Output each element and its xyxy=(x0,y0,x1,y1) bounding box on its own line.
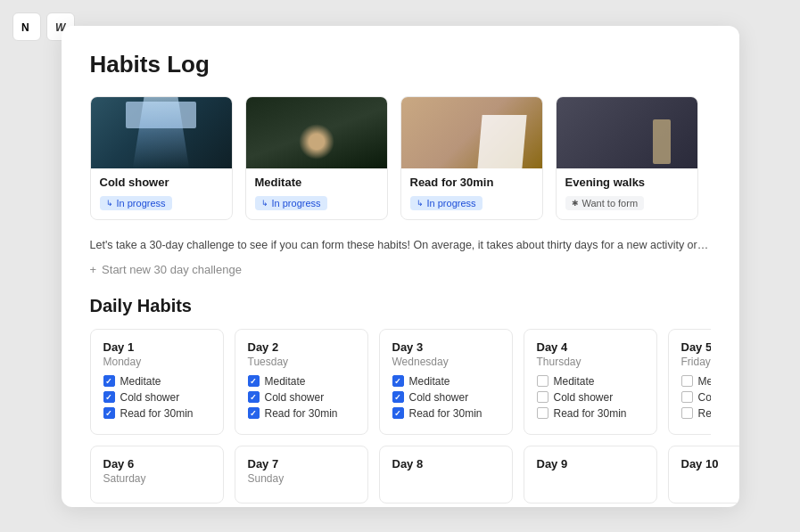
day4-habit-3: Read for 30min xyxy=(537,407,644,420)
main-panel: Habits Log Cold shower ↳ In progress Med… xyxy=(62,26,739,507)
day4-habit-2: Cold shower xyxy=(537,391,644,404)
day5-checkbox-2[interactable] xyxy=(681,391,693,403)
day1-name: Monday xyxy=(103,356,210,368)
meditate-body: Meditate ↳ In progress xyxy=(246,168,387,219)
day-card-6: Day 6 Saturday xyxy=(90,446,224,503)
day1-habit-3: Read for 30min xyxy=(103,407,210,420)
habit-card-cold-shower[interactable]: Cold shower ↳ In progress xyxy=(90,96,233,220)
day-card-3: Day 3 Wednesday Meditate Cold shower Rea… xyxy=(379,329,513,435)
day3-name: Wednesday xyxy=(392,356,499,368)
day5-checkbox-3[interactable] xyxy=(681,407,693,419)
day1-title: Day 1 xyxy=(103,340,210,354)
day2-checkbox-3[interactable] xyxy=(248,407,260,419)
habits-cards-row: Cold shower ↳ In progress Meditate ↳ In … xyxy=(90,96,711,220)
walk-image xyxy=(557,97,697,168)
day1-checkbox-1[interactable] xyxy=(103,375,115,387)
page-title: Habits Log xyxy=(90,51,711,78)
day3-habit-1: Meditate xyxy=(392,375,499,388)
habit-card-read[interactable]: Read for 30min ↳ In progress xyxy=(400,96,543,220)
day8-title: Day 8 xyxy=(392,457,499,471)
in-progress-icon-3: ↳ xyxy=(416,199,424,208)
day-card-4: Day 4 Thursday Meditate Cold shower Read… xyxy=(524,329,657,435)
day5-habit-2: Cold shower xyxy=(681,391,711,404)
cold-shower-image xyxy=(91,97,232,168)
walks-name: Evening walks xyxy=(565,176,689,189)
walks-body: Evening walks ✱ Want to form xyxy=(557,168,697,219)
day9-title: Day 9 xyxy=(537,457,644,471)
day4-habit-1: Meditate xyxy=(537,375,644,388)
day-card-2: Day 2 Tuesday Meditate Cold shower Read … xyxy=(235,329,368,435)
day3-habit-3: Read for 30min xyxy=(392,407,499,420)
meditate-image xyxy=(246,97,387,168)
day4-name: Thursday xyxy=(537,356,644,368)
read-status: ↳ In progress xyxy=(410,196,482,210)
svg-text:N: N xyxy=(21,21,29,34)
habit-card-walks[interactable]: Evening walks ✱ Want to form xyxy=(556,96,698,220)
day2-habit-2: Cold shower xyxy=(248,391,355,404)
day2-habit-3: Read for 30min xyxy=(248,407,355,420)
day10-title: Day 10 xyxy=(681,457,739,471)
day2-title: Day 2 xyxy=(248,340,355,354)
day-card-9: Day 9 xyxy=(524,446,657,503)
read-name: Read for 30min xyxy=(410,176,533,189)
day3-title: Day 3 xyxy=(392,340,499,354)
description-text: Let's take a 30-day challenge to see if … xyxy=(90,236,711,254)
new-challenge-button[interactable]: + Start new 30 day challenge xyxy=(90,263,242,276)
day3-checkbox-1[interactable] xyxy=(392,375,404,387)
day5-habit-3: Read for 30m xyxy=(681,407,711,420)
day-card-1: Day 1 Monday Meditate Cold shower Read f… xyxy=(90,329,224,435)
daily-grid-row2: Day 6 Saturday Day 7 Sunday Day 8 Day 9 … xyxy=(90,446,711,503)
daily-habits-title: Daily Habits xyxy=(90,296,711,316)
day-card-10: Day 10 xyxy=(668,446,739,503)
day3-habit-2: Cold shower xyxy=(392,391,499,404)
day5-habit-1: Meditate xyxy=(681,375,711,388)
cold-shower-status: ↳ In progress xyxy=(100,196,172,210)
daily-grid-row1: Day 1 Monday Meditate Cold shower Read f… xyxy=(90,329,711,435)
day7-title: Day 7 xyxy=(248,457,355,471)
read-image xyxy=(401,97,542,168)
meditate-status: ↳ In progress xyxy=(255,196,327,210)
day6-title: Day 6 xyxy=(103,457,210,471)
day2-name: Tuesday xyxy=(248,356,355,368)
day2-habit-1: Meditate xyxy=(248,375,355,388)
day3-checkbox-2[interactable] xyxy=(392,391,404,403)
day5-checkbox-1[interactable] xyxy=(681,375,693,387)
plus-icon: + xyxy=(90,263,97,276)
want-to-form-icon: ✱ xyxy=(572,199,579,208)
day-card-7: Day 7 Sunday xyxy=(235,446,368,503)
day1-habit-1: Meditate xyxy=(103,375,210,388)
day4-checkbox-2[interactable] xyxy=(537,391,548,403)
day2-checkbox-2[interactable] xyxy=(248,391,260,403)
day6-name: Saturday xyxy=(103,472,210,485)
day4-title: Day 4 xyxy=(537,340,644,354)
in-progress-icon-1: ↳ xyxy=(106,199,113,208)
cold-shower-name: Cold shower xyxy=(100,176,223,189)
day1-checkbox-3[interactable] xyxy=(103,407,115,419)
day-card-5: Day 5 Friday Meditate Cold shower Read f… xyxy=(668,329,711,435)
habit-card-meditate[interactable]: Meditate ↳ In progress xyxy=(245,96,388,220)
day1-habit-2: Cold shower xyxy=(103,391,210,404)
read-body: Read for 30min ↳ In progress xyxy=(401,168,542,219)
day7-name: Sunday xyxy=(248,472,355,485)
day1-checkbox-2[interactable] xyxy=(103,391,115,403)
day2-checkbox-1[interactable] xyxy=(248,375,260,387)
cold-shower-body: Cold shower ↳ In progress xyxy=(91,168,232,219)
meditate-name: Meditate xyxy=(255,176,378,189)
notion-icon[interactable]: N xyxy=(12,12,41,41)
day3-checkbox-3[interactable] xyxy=(392,407,404,419)
in-progress-icon-2: ↳ xyxy=(261,199,268,208)
day-card-8: Day 8 xyxy=(379,446,513,503)
day5-name: Friday xyxy=(681,356,711,368)
day4-checkbox-1[interactable] xyxy=(537,375,548,387)
walks-status: ✱ Want to form xyxy=(565,196,645,210)
day5-title: Day 5 xyxy=(681,340,711,354)
day4-checkbox-3[interactable] xyxy=(537,407,548,419)
